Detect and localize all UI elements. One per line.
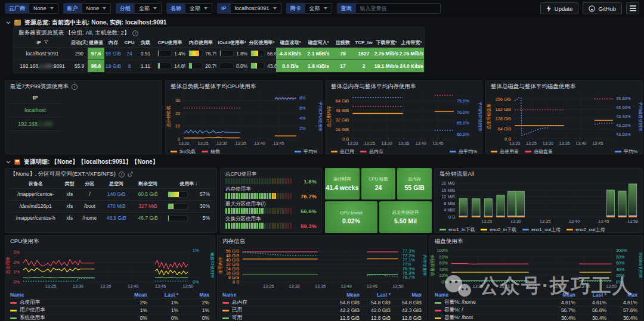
github-button[interactable]: GitHub xyxy=(583,2,622,14)
panel-title-text[interactable]: 内存信息 xyxy=(222,238,245,245)
column-header[interactable]: 下载带宽* xyxy=(374,38,399,47)
legend-item[interactable]: eno1_in下载 xyxy=(439,226,475,233)
column-header[interactable]: 连接数 xyxy=(332,38,354,47)
column-header[interactable]: 磁盘写入* xyxy=(305,38,332,47)
legend-series-name[interactable]: 容量%: /boot xyxy=(435,314,544,321)
table-cell[interactable]: 55 GiB xyxy=(104,47,122,60)
ip-cell[interactable]: 192.168.1.100:9091 xyxy=(14,60,71,72)
column-header[interactable]: CPU使用率 xyxy=(154,38,185,47)
legend-series-name[interactable]: 总使用率 xyxy=(10,299,116,306)
panel-title-text[interactable]: 整体总内存与整体平均内存使用率 xyxy=(331,83,416,91)
panel-title-text[interactable]: 【None】: 分区可用空间(EXT.*/XFS/NFS) xyxy=(10,170,116,178)
variable-value-dropdown[interactable]: None xyxy=(82,3,112,14)
legend-series-name[interactable]: 已用 xyxy=(222,307,329,314)
legend-col-header[interactable]: Name xyxy=(435,292,544,298)
column-header[interactable]: 内存使用率 xyxy=(185,38,216,47)
legend-series-name[interactable]: 容量%: /home xyxy=(435,299,544,306)
column-header[interactable]: 设备名 xyxy=(10,179,61,188)
ip-cell[interactable]: localhost:9091 xyxy=(14,47,71,60)
legend-col-header[interactable]: Mean xyxy=(116,292,147,298)
stat-tile-CPU Iowait[interactable]: CPU Iowait0.02% xyxy=(325,201,377,233)
variable-value-dropdown[interactable]: 全部 xyxy=(135,3,162,14)
variable-value-dropdown[interactable]: 全部 xyxy=(305,3,332,14)
svg-text:3%: 3% xyxy=(13,250,20,255)
legend-col-header[interactable]: Mean xyxy=(329,292,360,298)
panel-title-text[interactable]: 服务器资源总览表 【分组: All, 主机总数: 2】 xyxy=(18,29,129,37)
legend-item[interactable]: 总内存 xyxy=(360,148,383,154)
column-header[interactable]: 使用率 ↓ xyxy=(165,179,213,188)
column-header[interactable]: TCP_tw xyxy=(354,38,374,47)
legend-col-header[interactable]: Max xyxy=(178,292,209,298)
legend-col-header[interactable]: Mean xyxy=(544,292,575,298)
column-header[interactable]: 内存 xyxy=(104,38,122,47)
legend-item[interactable]: 核数 xyxy=(202,148,220,154)
legend-series-name[interactable]: 用户使用率 xyxy=(10,307,116,314)
update-button[interactable]: Update xyxy=(540,2,579,14)
legend-item[interactable]: eno2_in下载 xyxy=(481,226,516,233)
table-cell[interactable]: 24 xyxy=(122,47,137,60)
legend-item[interactable]: 总使用量 xyxy=(491,148,519,154)
column-header[interactable]: 磁盘读取* xyxy=(276,38,305,47)
legend-series-name[interactable]: 可用 xyxy=(222,314,329,321)
column-header[interactable]: 分区 xyxy=(78,179,101,188)
section-row-detail[interactable]: 资源明细: 【None】【localhost:9091】【None】 xyxy=(6,158,159,166)
variable-value-dropdown[interactable]: 全部 xyxy=(185,3,212,14)
legend-item[interactable]: 5m负载 xyxy=(171,148,196,154)
column-header[interactable]: 类型 xyxy=(61,179,79,188)
column-header[interactable]: 启动(天) xyxy=(71,38,88,47)
column-header[interactable]: IP xyxy=(14,38,71,47)
legend-item[interactable]: 总平均% xyxy=(450,148,477,154)
column-header[interactable]: IOutil使用率* xyxy=(216,38,247,47)
menu-button[interactable] xyxy=(626,2,639,14)
legend-col-header[interactable]: Last * xyxy=(360,292,391,298)
table-cell: xfs xyxy=(61,212,79,224)
column-header[interactable]: 剩余空间 xyxy=(132,179,165,188)
variable-query-input[interactable] xyxy=(356,3,441,14)
svg-text:20%: 20% xyxy=(439,273,448,278)
p99-column-header[interactable]: IP xyxy=(9,92,61,103)
panel-title-text[interactable]: 整体总磁盘与整体平均磁盘使用率 xyxy=(491,83,576,91)
legend-series-name[interactable]: 总内存 xyxy=(222,299,329,306)
legend-item[interactable]: eno1_out上传 xyxy=(522,226,561,233)
column-header[interactable]: 总空间 xyxy=(101,179,132,188)
info-icon[interactable]: i xyxy=(132,30,138,36)
panel-title-text[interactable]: 最近7天P99资源使用率 xyxy=(10,83,69,91)
legend-col-header[interactable]: Name xyxy=(10,292,116,298)
legend-series-name[interactable]: 容量%: / xyxy=(435,307,544,314)
section-row-overview[interactable]: 资源总览: 当前选中主机: None, 实例: localhost:9091 xyxy=(6,18,166,27)
p99-host-link[interactable]: localhost xyxy=(9,103,61,117)
info-icon[interactable]: i xyxy=(119,172,125,177)
stat-tile-总内存[interactable]: 总内存55 GiB xyxy=(397,168,432,200)
column-header[interactable]: 负载 xyxy=(137,38,154,47)
legend-item[interactable]: 总已用 xyxy=(331,148,354,154)
stat-tile-运行时间[interactable]: 运行时间41.4 weeks xyxy=(325,168,360,200)
legend-col-header[interactable]: Last * xyxy=(575,292,606,298)
panel-title-text[interactable]: 整体总负载与整体平均CPU使用率 xyxy=(171,83,256,91)
legend-col-header[interactable]: Name xyxy=(222,292,329,298)
variable-value-dropdown[interactable]: localhost:9091 xyxy=(231,3,281,14)
column-header[interactable]: 上传带宽* xyxy=(399,38,424,47)
legend-item[interactable]: 平均% xyxy=(615,148,637,154)
legend-item[interactable]: 平均% xyxy=(295,148,317,154)
legend-col-header[interactable]: Last * xyxy=(147,292,178,298)
panel-title-text[interactable]: 磁盘使用率 xyxy=(435,238,463,245)
column-header[interactable]: 健康值 xyxy=(88,38,104,47)
legend-series-name[interactable]: 系统使用率 xyxy=(10,314,116,321)
panel-title-text[interactable]: 每分钟流量All xyxy=(439,170,474,178)
info-icon[interactable]: i xyxy=(72,84,78,90)
filter-icon[interactable] xyxy=(44,40,48,44)
p99-host-link[interactable]: 192.168.1.100 xyxy=(9,117,61,130)
stat-tile-总文件描述符[interactable]: 总文件描述符5.50 Mil xyxy=(379,201,432,233)
column-header[interactable]: CPU xyxy=(122,38,137,47)
legend-item[interactable]: eno2_out上传 xyxy=(566,226,605,233)
legend-col-header[interactable]: Max xyxy=(391,292,422,298)
column-header[interactable]: 分区使用率* xyxy=(247,38,276,47)
legend-item[interactable]: 总磁盘量 xyxy=(525,148,553,154)
variable-value-dropdown[interactable]: None xyxy=(29,3,58,14)
table-cell[interactable]: 8 xyxy=(122,60,137,72)
stat-tile-CPU 核数[interactable]: CPU 核数24 xyxy=(361,168,396,200)
table-cell[interactable]: 19 GiB xyxy=(104,60,122,72)
panel-title-text[interactable]: CPU使用率 xyxy=(10,238,39,245)
legend-col-header[interactable]: Max xyxy=(606,292,637,298)
external-link-icon[interactable] xyxy=(128,172,133,177)
